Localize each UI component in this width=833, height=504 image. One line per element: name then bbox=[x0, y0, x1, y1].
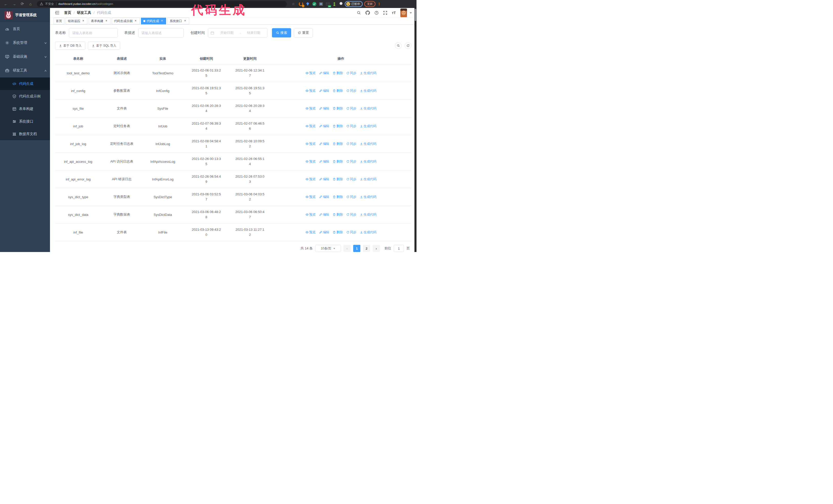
fullscreen-icon[interactable] bbox=[383, 11, 387, 15]
extension-icon-dark-on[interactable]: on bbox=[326, 2, 330, 6]
sidebar-item-home[interactable]: 首页 bbox=[0, 22, 50, 36]
user-menu[interactable]: ▼ bbox=[400, 8, 412, 17]
tab-code-generation[interactable]: 代码生成× bbox=[141, 18, 166, 24]
address-bar[interactable]: 不安全 dashboard.yudao.iocoder.cn/tool/code… bbox=[37, 1, 287, 7]
delete-link[interactable]: 删除 bbox=[333, 195, 343, 199]
table-desc-input[interactable] bbox=[138, 28, 184, 38]
preview-link[interactable]: 预览 bbox=[306, 195, 316, 199]
delete-link[interactable]: 删除 bbox=[333, 106, 343, 111]
page-button-1[interactable]: 1 bbox=[353, 245, 360, 252]
generate-code-link[interactable]: 生成代码 bbox=[360, 106, 377, 111]
sync-link[interactable]: 同步 bbox=[346, 177, 357, 182]
edit-link[interactable]: 编辑 bbox=[319, 89, 329, 93]
edit-link[interactable]: 编辑 bbox=[319, 71, 329, 75]
app-logo[interactable]: 芋道管理系统 bbox=[0, 8, 50, 22]
tab-system-api[interactable]: 系统接口× bbox=[167, 18, 189, 24]
tab-codegen-example[interactable]: 代码生成示例× bbox=[112, 18, 140, 24]
delete-link[interactable]: 删除 bbox=[333, 213, 343, 217]
delete-link[interactable]: 删除 bbox=[333, 177, 343, 182]
sync-link[interactable]: 同步 bbox=[346, 124, 357, 128]
edit-link[interactable]: 编辑 bbox=[319, 160, 329, 164]
tab-trace[interactable]: 链路追踪× bbox=[66, 18, 88, 24]
breadcrumb-dev-tools[interactable]: 研发工具 bbox=[77, 10, 91, 15]
sync-link[interactable]: 同步 bbox=[346, 142, 357, 146]
sync-link[interactable]: 同步 bbox=[346, 213, 357, 217]
sync-link[interactable]: 同步 bbox=[346, 71, 357, 75]
generate-code-link[interactable]: 生成代码 bbox=[360, 71, 377, 75]
sidebar-item-database-docs[interactable]: 数据库文档 bbox=[0, 128, 50, 140]
sync-link[interactable]: 同步 bbox=[346, 106, 357, 111]
preview-link[interactable]: 预览 bbox=[306, 124, 316, 128]
browser-forward-button[interactable]: → bbox=[11, 1, 18, 7]
extension-icon-green-check[interactable] bbox=[312, 2, 316, 6]
table-name-input[interactable] bbox=[69, 28, 118, 38]
sidebar-item-system-management[interactable]: 系统管理 ∨ bbox=[0, 36, 50, 50]
generate-code-link[interactable]: 生成代码 bbox=[360, 89, 377, 93]
scrollbar-thumb[interactable] bbox=[415, 9, 416, 21]
date-range-picker[interactable]: 开始日期 - 结束日期 bbox=[208, 28, 267, 38]
preview-link[interactable]: 预览 bbox=[306, 160, 316, 164]
goto-page-input[interactable] bbox=[394, 245, 404, 252]
edit-link[interactable]: 编辑 bbox=[319, 213, 329, 217]
extension-icon-orange[interactable]: 1 bbox=[299, 2, 303, 6]
delete-link[interactable]: 删除 bbox=[333, 71, 343, 75]
sync-link[interactable]: 同步 bbox=[346, 89, 357, 93]
hamburger-icon[interactable] bbox=[53, 9, 61, 16]
edit-link[interactable]: 编辑 bbox=[319, 124, 329, 128]
toggle-search-button[interactable] bbox=[395, 42, 402, 49]
sidebar-item-system-api[interactable]: 系统接口 bbox=[0, 115, 50, 128]
help-icon[interactable] bbox=[375, 11, 379, 15]
browser-update-button[interactable]: 更新 bbox=[364, 1, 376, 7]
extension-icon-grid-gem[interactable] bbox=[319, 2, 323, 6]
delete-link[interactable]: 删除 bbox=[333, 230, 343, 235]
extensions-puzzle-icon[interactable] bbox=[339, 2, 343, 6]
edit-link[interactable]: 编辑 bbox=[319, 177, 329, 182]
tab-close-icon[interactable]: × bbox=[81, 19, 85, 23]
preview-link[interactable]: 预览 bbox=[306, 213, 316, 217]
tab-form-builder[interactable]: 表单构建× bbox=[89, 18, 111, 24]
preview-link[interactable]: 预览 bbox=[306, 106, 316, 111]
sidebar-item-form-builder[interactable]: 表单构建 bbox=[0, 102, 50, 115]
delete-link[interactable]: 删除 bbox=[333, 160, 343, 164]
tab-close-icon[interactable]: × bbox=[183, 19, 187, 23]
generate-code-link[interactable]: 生成代码 bbox=[360, 160, 377, 164]
generate-code-link[interactable]: 生成代码 bbox=[360, 124, 377, 128]
reset-button[interactable]: 重置 bbox=[294, 28, 313, 38]
font-size-icon[interactable]: тT bbox=[392, 11, 396, 15]
search-button[interactable]: 搜索 bbox=[272, 28, 291, 38]
sidebar-item-dev-tools[interactable]: 研发工具 ∧ bbox=[0, 64, 50, 77]
delete-link[interactable]: 删除 bbox=[333, 89, 343, 93]
tab-close-icon[interactable]: × bbox=[134, 19, 137, 23]
import-db-button[interactable]: 基于 DB 导入 bbox=[55, 42, 85, 50]
preview-link[interactable]: 预览 bbox=[306, 71, 316, 75]
sidebar-item-codegen-example[interactable]: 代码生成示例 bbox=[0, 90, 50, 102]
page-button-2[interactable]: 2 bbox=[363, 245, 370, 252]
browser-home-button[interactable]: ⌂ bbox=[27, 1, 34, 7]
edit-link[interactable]: 编辑 bbox=[319, 142, 329, 146]
edit-link[interactable]: 编辑 bbox=[319, 106, 329, 111]
sync-link[interactable]: 同步 bbox=[346, 160, 357, 164]
edit-link[interactable]: 编辑 bbox=[319, 230, 329, 235]
extension-icon-blue-gem[interactable] bbox=[306, 2, 310, 6]
generate-code-link[interactable]: 生成代码 bbox=[360, 213, 377, 217]
generate-code-link[interactable]: 生成代码 bbox=[360, 177, 377, 182]
extension-icon-green-figure[interactable] bbox=[332, 2, 336, 6]
github-icon[interactable] bbox=[365, 10, 370, 15]
date-start-placeholder[interactable]: 开始日期 bbox=[216, 30, 238, 35]
prev-page-button[interactable]: ‹ bbox=[343, 245, 351, 252]
generate-code-link[interactable]: 生成代码 bbox=[360, 230, 377, 235]
sidebar-item-infrastructure[interactable]: 基础设施 ∨ bbox=[0, 50, 50, 64]
breadcrumb-home[interactable]: 首页 bbox=[64, 10, 71, 15]
search-icon[interactable] bbox=[357, 11, 361, 15]
tab-close-icon[interactable]: × bbox=[104, 19, 108, 23]
sidebar-item-code-generation[interactable]: 代码生成 bbox=[0, 77, 50, 90]
preview-link[interactable]: 预览 bbox=[306, 89, 316, 93]
browser-profile-pill[interactable]: 已暂停 bbox=[345, 1, 363, 7]
browser-menu-icon[interactable]: ⋮ bbox=[377, 2, 381, 6]
edit-link[interactable]: 编辑 bbox=[319, 195, 329, 199]
date-end-placeholder[interactable]: 结束日期 bbox=[243, 30, 264, 35]
sync-link[interactable]: 同步 bbox=[346, 230, 357, 235]
import-sql-button[interactable]: 基于 SQL 导入 bbox=[88, 42, 120, 50]
delete-link[interactable]: 删除 bbox=[333, 124, 343, 128]
page-size-select[interactable]: 10条/页 ▼ bbox=[315, 245, 341, 252]
